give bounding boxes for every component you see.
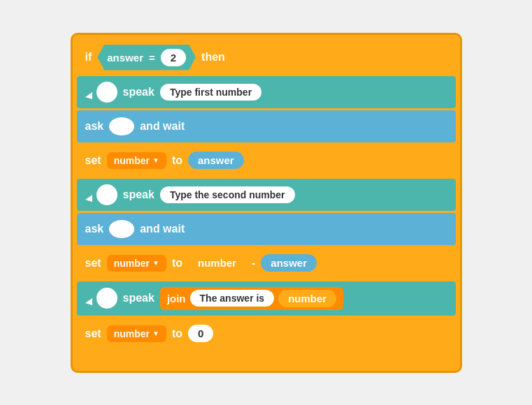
speech-bubble-icon-3 [96, 288, 117, 309]
outer-block: if answer = 2 then speak Type first numb… [71, 33, 462, 373]
if-row: if answer = 2 then [77, 39, 456, 76]
join-block: join The answer is number [160, 287, 343, 310]
ask2-label: ask [85, 223, 104, 235]
speech-tail-3 [85, 298, 92, 305]
set2-to: to [172, 257, 182, 270]
set1-label: set [85, 154, 101, 167]
set3-var[interactable]: number [107, 325, 166, 342]
set3-label: set [85, 327, 101, 340]
ask-block-1: ask and wait [77, 110, 456, 142]
then-label: then [201, 51, 225, 64]
speak3-label: speak [123, 292, 154, 304]
set-block-1: set number to answer [77, 145, 456, 177]
ask-block-2: ask and wait [77, 213, 456, 245]
condition-op: = [149, 52, 155, 64]
set-block-2: set number to number - answer [77, 247, 456, 279]
set3-value[interactable]: 0 [188, 325, 213, 342]
if-label: if [85, 51, 92, 64]
set3-to: to [172, 327, 182, 340]
join-val1[interactable]: The answer is [190, 290, 275, 307]
set1-var[interactable]: number [107, 152, 166, 169]
speech-tail-1 [85, 92, 92, 99]
join-val2[interactable]: number [278, 290, 336, 307]
ask1-label: ask [85, 120, 104, 133]
speak-block-1: speak Type first number [77, 76, 456, 108]
join-label: join [167, 293, 186, 304]
condition-block: answer = 2 [97, 45, 196, 71]
set2-label: set [85, 257, 101, 270]
speak-block-2: speak Type the second number [77, 179, 456, 211]
blocks-stack: speak Type first number ask and wait set… [77, 76, 456, 350]
speak1-label: speak [123, 86, 154, 98]
speak1-value[interactable]: Type first number [160, 84, 261, 101]
speak2-value[interactable]: Type the second number [160, 186, 295, 203]
ask2-suffix: and wait [140, 223, 185, 235]
main-wrapper: if answer = 2 then speak Type first numb… [71, 33, 462, 373]
scratch-container: if answer = 2 then speak Type first numb… [0, 0, 532, 405]
speech-bubble-icon-2 [96, 184, 117, 205]
ask1-suffix: and wait [140, 120, 185, 133]
speech-tail-2 [85, 195, 92, 202]
set2-op: - [252, 257, 255, 270]
set-block-3: set number to 0 [77, 318, 456, 350]
speak-block-3: speak join The answer is number [77, 281, 456, 316]
set2-val1[interactable]: number [188, 254, 246, 272]
set2-var[interactable]: number [107, 255, 166, 272]
condition-var: answer [107, 52, 143, 64]
speak2-label: speak [123, 189, 154, 201]
speech-bubble-icon-1 [96, 82, 117, 103]
set1-to: to [172, 154, 182, 167]
set1-value[interactable]: answer [188, 152, 244, 169]
set2-val2[interactable]: answer [261, 254, 317, 272]
ask1-oval[interactable] [109, 117, 134, 135]
ask2-oval[interactable] [109, 220, 134, 238]
condition-val[interactable]: 2 [161, 49, 186, 66]
